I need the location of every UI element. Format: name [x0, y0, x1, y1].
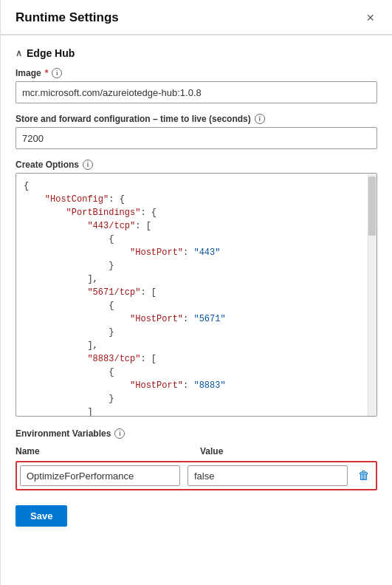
image-field-label: Image * i	[16, 68, 377, 78]
code-line: ]	[24, 406, 360, 416]
edge-hub-section-header[interactable]: ∧ Edge Hub	[16, 47, 377, 59]
col-name-header: Name	[16, 446, 193, 456]
env-vars-info-icon[interactable]: i	[114, 428, 125, 439]
env-table-header: Name Value	[16, 446, 377, 456]
create-options-label: Create Options i	[16, 160, 377, 170]
store-forward-info-icon[interactable]: i	[255, 114, 265, 124]
code-line: }	[24, 259, 360, 273]
code-line: "5671/tcp": [	[24, 286, 360, 299]
code-line: "HostPort": "5671"	[24, 312, 360, 326]
code-line: ],	[24, 273, 360, 286]
env-vars-section: Environment Variables i Name Value 🗑	[16, 428, 377, 490]
code-line: ],	[24, 339, 360, 352]
panel-header: Runtime Settings ×	[1, 0, 392, 35]
chevron-up-icon: ∧	[16, 48, 22, 58]
code-line: {	[24, 366, 360, 379]
delete-icon: 🗑	[358, 469, 370, 482]
env-row: 🗑	[16, 461, 377, 490]
save-button[interactable]: Save	[16, 505, 67, 527]
image-info-icon[interactable]: i	[52, 68, 62, 78]
code-line: {	[24, 233, 360, 246]
edge-hub-section: ∧ Edge Hub Image * i Store and forward c…	[16, 47, 377, 417]
runtime-settings-panel: Runtime Settings × ∧ Edge Hub Image * i	[0, 0, 392, 585]
code-line: "HostConfig": {	[24, 193, 360, 206]
store-forward-label: Store and forward configuration – time t…	[16, 114, 377, 124]
image-input[interactable]	[16, 81, 377, 103]
create-options-info-icon[interactable]: i	[83, 160, 93, 170]
delete-env-row-button[interactable]: 🗑	[355, 469, 373, 482]
panel-title: Runtime Settings	[16, 10, 119, 25]
close-button[interactable]: ×	[363, 11, 377, 24]
code-line: "HostPort": "443"	[24, 246, 360, 259]
code-line: }	[24, 326, 360, 339]
edge-hub-section-label: Edge Hub	[27, 47, 75, 59]
scrollbar-thumb[interactable]	[368, 177, 376, 236]
code-line: {	[24, 179, 360, 193]
required-indicator: *	[45, 68, 49, 78]
store-forward-input[interactable]	[16, 127, 377, 149]
env-name-input[interactable]	[20, 465, 180, 486]
store-forward-field-group: Store and forward configuration – time t…	[16, 114, 377, 149]
code-line: {	[24, 299, 360, 312]
code-line: }	[24, 392, 360, 406]
code-line: "8883/tcp": [	[24, 352, 360, 366]
create-options-field-group: Create Options i { "HostConfig": { "Port…	[16, 160, 377, 417]
env-value-input[interactable]	[188, 465, 348, 486]
env-vars-table: Name Value 🗑	[16, 446, 377, 490]
col-value-header: Value	[200, 446, 377, 456]
env-vars-label: Environment Variables i	[16, 428, 377, 439]
code-line: "PortBindings": {	[24, 206, 360, 219]
scrollbar-track	[368, 174, 376, 416]
panel-body: ∧ Edge Hub Image * i Store and forward c…	[1, 35, 392, 541]
code-editor[interactable]: { "HostConfig": { "PortBindings": { "443…	[16, 174, 368, 416]
code-line: "443/tcp": [	[24, 219, 360, 233]
image-field-group: Image * i	[16, 68, 377, 103]
code-editor-wrapper: { "HostConfig": { "PortBindings": { "443…	[16, 173, 377, 417]
code-line: "HostPort": "8883"	[24, 379, 360, 392]
